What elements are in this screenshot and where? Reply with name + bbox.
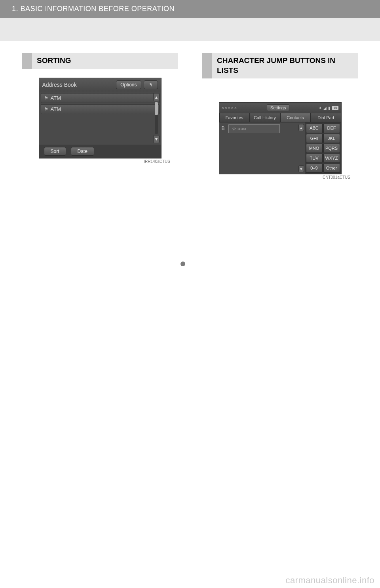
jump-key-abc[interactable]: ABC [306,124,323,133]
header-title: 1. BASIC INFORMATION BEFORE OPERATION [12,5,175,13]
list-item-label: ☆ ○○○ [232,126,246,132]
list-item[interactable]: ☆ ○○○ [228,124,280,133]
tab-call-history[interactable]: Call History [250,113,280,122]
watermark-text: carmanualsonline.info [285,575,374,586]
scroll-thumb[interactable] [155,102,158,115]
bullet-icon [180,262,185,266]
battery-icon: ▮ [328,106,331,110]
scroll-up-icon[interactable]: ▴ [153,93,160,101]
jump-keypad: ABC DEF GHI JKL MNO PQRS TUV WXYZ 0–9 Ot… [305,122,341,174]
address-book-titlebar: Address Book Options ↰ [39,78,161,92]
scrollbar[interactable]: ▴ ▾ [298,122,305,174]
contacts-tabs: Favorites Call History Contacts Dial Pad [219,113,341,122]
sub-header-strip [0,18,380,41]
section-accent [202,53,212,78]
screenshot-address-book: Address Book Options ↰ ⚑ ATM ⚑ ATM [22,78,178,164]
image-id-label: IRR140aCTUS [22,159,178,164]
page-content: SORTING Address Book Options ↰ ⚑ ATM [0,41,380,179]
jump-key-wxyz[interactable]: WXYZ [323,154,340,163]
signal-icon: ◢ [323,106,327,110]
address-book-footer: Sort Date [39,145,161,158]
jump-key-jkl[interactable]: JKL [323,134,340,143]
date-button[interactable]: Date [71,147,94,156]
back-button[interactable]: ↰ [144,80,158,89]
scroll-down-icon[interactable]: ▾ [298,165,304,172]
address-book-title: Address Book [42,82,114,88]
list-section-letter: B [222,126,225,131]
scrollbar[interactable]: ▴ ▾ [153,93,160,143]
flag-icon: ⚑ [44,95,48,101]
tab-contacts[interactable]: Contacts [280,113,311,122]
scroll-down-icon[interactable]: ▾ [153,135,160,143]
contacts-list: B ☆ ○○○ [219,122,298,174]
scroll-up-icon[interactable]: ▴ [298,124,304,131]
section-title-charjump: CHARACTER JUMP BUTTONS IN LISTS [202,53,358,78]
mail-icon[interactable]: ✉ [332,106,338,110]
status-icons: ⁕ ◢ ▮ ✉ [319,106,338,110]
jump-key-pqrs[interactable]: PQRS [323,144,340,153]
contacts-body: B ☆ ○○○ ▴ ▾ ABC DEF GHI JKL MNO [219,122,341,174]
address-book-body: ⚑ ATM ⚑ ATM ▴ ▾ [39,92,161,145]
signal-dots-icon: ○○○○○ [222,106,238,110]
right-column: CHARACTER JUMP BUTTONS IN LISTS ○○○○○ Se… [202,53,358,179]
settings-button[interactable]: Settings [267,104,290,111]
back-icon: ↰ [149,82,153,88]
section-title-sorting: SORTING [22,53,178,69]
image-id-label: CNT001aCTUS [202,175,358,179]
jump-key-09[interactable]: 0–9 [306,164,323,173]
page-header: 1. BASIC INFORMATION BEFORE OPERATION [0,0,380,18]
bluetooth-icon: ⁕ [319,106,322,110]
tab-dial-pad[interactable]: Dial Pad [311,113,341,122]
sort-button[interactable]: Sort [44,147,66,156]
jump-key-ghi[interactable]: GHI [306,134,323,143]
flag-icon: ⚑ [44,107,48,112]
scroll-track[interactable] [155,102,158,134]
jump-key-other[interactable]: Other [323,164,340,173]
list-item[interactable]: ⚑ ATM [41,104,160,114]
section-label: CHARACTER JUMP BUTTONS IN LISTS [212,53,358,78]
jump-key-mno[interactable]: MNO [306,144,323,153]
list-item-label: ATM [51,95,61,101]
list-item-label: ATM [51,106,61,112]
tab-favorites[interactable]: Favorites [219,113,250,122]
screenshot-contacts: ○○○○○ Settings ⁕ ◢ ▮ ✉ Favorites Call Hi… [202,102,358,179]
contacts-window: ○○○○○ Settings ⁕ ◢ ▮ ✉ Favorites Call Hi… [219,102,342,174]
options-button[interactable]: Options [116,80,141,89]
jump-key-tuv[interactable]: TUV [306,154,323,163]
section-accent [22,53,32,69]
list-item[interactable]: ⚑ ATM [41,93,160,103]
jump-key-def[interactable]: DEF [323,124,340,133]
address-book-window: Address Book Options ↰ ⚑ ATM ⚑ ATM [39,78,162,158]
section-label: SORTING [32,53,178,69]
left-column: SORTING Address Book Options ↰ ⚑ ATM [22,53,178,179]
contacts-statusbar: ○○○○○ Settings ⁕ ◢ ▮ ✉ [219,103,341,113]
